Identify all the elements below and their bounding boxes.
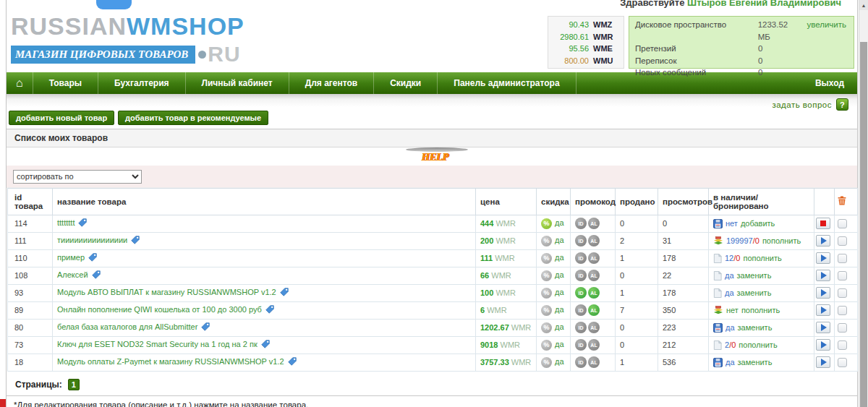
product-name-link[interactable]: белая база каталогов для AllSubmitter — [57, 322, 197, 331]
promo-al-icon[interactable]: AL — [588, 270, 600, 281]
price-value: 66 — [480, 271, 489, 280]
tag-icon[interactable] — [131, 236, 140, 246]
promo-id-icon[interactable]: ID — [575, 339, 587, 351]
promo-al-icon[interactable]: AL — [588, 322, 600, 333]
discount-label: да — [555, 322, 564, 331]
stock-action-link[interactable]: заменить — [738, 323, 773, 332]
promo-al-icon[interactable]: AL — [588, 304, 600, 316]
page-number[interactable]: 1 — [68, 379, 80, 390]
product-name-link[interactable]: Ключ для ESET NOD32 Smart Security на 1 … — [57, 340, 258, 348]
product-id: 18 — [8, 354, 53, 371]
increase-link[interactable]: увеличить — [807, 19, 846, 43]
nav-item-1[interactable]: Товары — [33, 72, 98, 94]
trash-icon[interactable] — [838, 198, 846, 207]
stock-action-link[interactable]: заменить — [737, 288, 772, 297]
row-checkbox[interactable] — [838, 236, 847, 246]
add-recommended-button[interactable]: добавить товар в рекомендуемые — [118, 111, 268, 125]
scroll-up-icon[interactable]: ▲ — [859, 0, 868, 10]
promo-al-icon[interactable]: AL — [588, 287, 600, 299]
product-price: 1202.67 WMR — [476, 319, 537, 336]
add-product-button[interactable]: добавить новый товар — [9, 111, 114, 125]
product-name-link[interactable]: пример — [57, 253, 85, 262]
row-checkbox[interactable] — [838, 340, 847, 350]
product-id: 111 — [8, 232, 53, 249]
play-button[interactable] — [816, 287, 830, 299]
row-checkbox[interactable] — [838, 219, 847, 228]
percent-icon: % — [541, 218, 552, 229]
promo-id-icon[interactable]: ID — [575, 356, 587, 368]
ask-question-link[interactable]: задать вопрос ? — [772, 98, 848, 111]
promo-id-icon[interactable]: ID — [575, 287, 587, 299]
promo-id-icon[interactable]: ID — [575, 270, 587, 281]
tag-icon[interactable] — [265, 305, 274, 315]
play-button[interactable] — [816, 322, 830, 333]
play-button[interactable] — [816, 304, 830, 316]
help-link[interactable]: HELP — [406, 147, 464, 163]
play-button[interactable] — [816, 235, 830, 247]
play-button[interactable] — [816, 356, 830, 368]
tag-icon[interactable] — [88, 253, 97, 263]
sold-count: 1 — [616, 284, 658, 301]
row-checkbox[interactable] — [838, 306, 847, 315]
product-name-link[interactable]: тиииииииииииииии — [57, 236, 127, 244]
promo-cell: IDAL — [571, 336, 616, 354]
promo-al-icon[interactable]: AL — [588, 252, 600, 264]
stock-action-link[interactable]: добавить — [741, 219, 775, 228]
play-button[interactable] — [816, 252, 830, 264]
promo-id-icon[interactable]: ID — [575, 218, 587, 229]
sort-select[interactable]: сортировать по — [13, 170, 142, 184]
promo-id-icon[interactable]: ID — [575, 252, 587, 264]
promo-id-icon[interactable]: ID — [575, 235, 587, 247]
row-checkbox[interactable] — [838, 323, 847, 333]
stock-action-link[interactable]: пополнить — [739, 340, 777, 349]
home-icon[interactable]: ⌂ — [7, 72, 33, 94]
product-name-link[interactable]: tttttttt — [57, 218, 75, 227]
promo-al-icon[interactable]: AL — [588, 218, 600, 229]
tag-icon[interactable] — [288, 357, 297, 367]
promo-al-icon[interactable]: AL — [588, 339, 600, 351]
play-button[interactable] — [816, 270, 830, 281]
scrollbar[interactable]: ▲ — [859, 0, 868, 407]
question-icon[interactable]: ? — [836, 98, 848, 111]
stock-action-link[interactable]: пополнить — [762, 236, 801, 245]
nav-item-3[interactable]: Личный кабинет — [186, 72, 289, 94]
stock-action-link[interactable]: пополнить — [743, 254, 781, 262]
nav-item-5[interactable]: Скидки — [374, 72, 438, 94]
play-button[interactable] — [816, 339, 830, 351]
tag-icon[interactable] — [92, 270, 101, 280]
price-currency: WMR — [489, 271, 511, 280]
product-name-link[interactable]: Онлайн пополнение QIWI кошелька от 100 д… — [57, 305, 262, 314]
row-checkbox[interactable] — [838, 254, 847, 263]
row-checkbox[interactable] — [838, 288, 847, 298]
stock-action-link[interactable]: пополнить — [741, 306, 780, 314]
product-name-link[interactable]: Модуль АВТО ВЫПЛАТ к магазину RUSSIANWMS… — [57, 288, 276, 296]
nav-item-4[interactable]: Для агентов — [289, 72, 375, 94]
promo-al-icon[interactable]: AL — [588, 356, 600, 368]
tag-icon[interactable] — [280, 288, 289, 298]
stock-action-link[interactable]: нет — [726, 306, 739, 314]
nav-item-6[interactable]: Панель администратора — [438, 72, 576, 94]
stock-action-link[interactable]: заменить — [738, 358, 773, 367]
row-checkbox[interactable] — [838, 358, 847, 367]
tag-icon[interactable] — [78, 218, 87, 228]
product-name-link[interactable]: Алексей — [57, 270, 88, 279]
stock-wrap: дазаменить — [713, 288, 809, 298]
tag-icon[interactable] — [201, 322, 210, 333]
nav-item-2[interactable]: Бухгалтерия — [98, 72, 186, 94]
row-checkbox[interactable] — [838, 271, 847, 280]
action-cell — [814, 336, 835, 354]
views-count: 0 — [658, 215, 709, 232]
table-row: 111тиииииииииииииии200 WMR%даIDAL2311999… — [8, 232, 858, 249]
promo-id-icon[interactable]: ID — [575, 304, 587, 316]
scrollbar-thumb[interactable] — [860, 42, 867, 407]
stock-wrap: нетдобавить — [713, 219, 809, 228]
promo-al-icon[interactable]: AL — [588, 235, 600, 247]
stop-button[interactable] — [816, 218, 830, 229]
stock-action-link[interactable]: заменить — [737, 271, 772, 280]
discount-label: да — [555, 357, 564, 366]
tag-icon[interactable] — [261, 340, 270, 350]
stat-value: 0 — [758, 55, 762, 67]
stock-wrap: 2/0пополнить — [713, 340, 809, 350]
product-name-link[interactable]: Модуль оплаты Z-Paymet к магазину RUSSIA… — [57, 357, 284, 366]
promo-id-icon[interactable]: ID — [575, 322, 587, 333]
